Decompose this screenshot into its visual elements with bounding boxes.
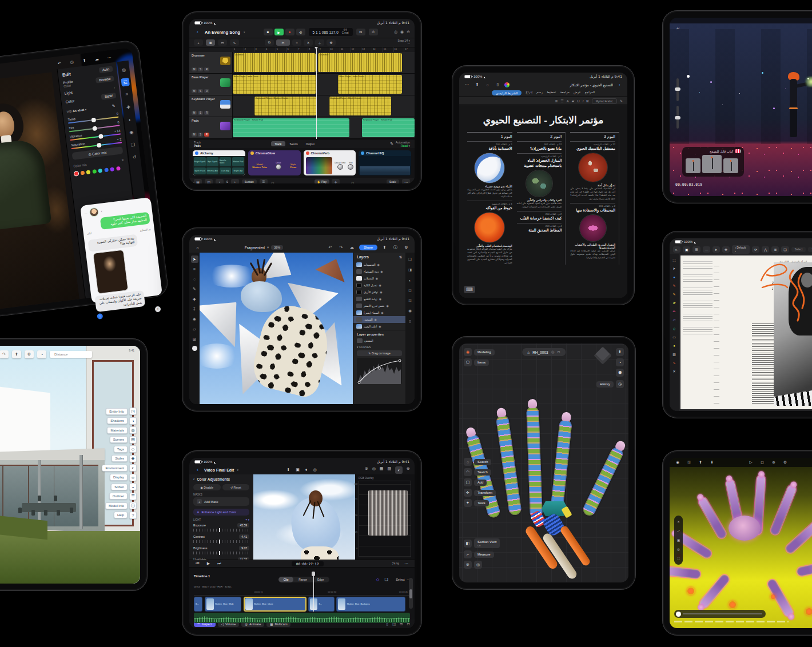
camera-icon[interactable] [296, 468, 300, 472]
lock-icon[interactable] [407, 297, 413, 304]
healing-icon[interactable] [124, 103, 133, 112]
video-preview[interactable] [253, 474, 355, 560]
back-icon[interactable] [616, 81, 623, 89]
thumbnails-icon[interactable] [692, 246, 700, 253]
home-icon[interactable] [527, 350, 530, 354]
dismiss-keyboard-icon[interactable] [464, 286, 475, 293]
count-in-button[interactable] [356, 29, 365, 35]
tab-review[interactable]: مراجعة [560, 90, 570, 95]
adjustment-icon[interactable] [407, 277, 413, 283]
automation-icon[interactable] [230, 39, 239, 46]
compose-icon[interactable] [101, 210, 102, 213]
auto-button[interactable]: Auto [98, 66, 113, 73]
font-selector[interactable]: Myriad Arabic [592, 98, 617, 104]
send-button[interactable] [97, 313, 103, 319]
eraser-tool-icon[interactable] [191, 326, 198, 333]
chevron-down-icon[interactable] [237, 468, 238, 472]
region[interactable]: Keyboard Player - Simple Pad [362, 118, 415, 137]
skip-back-icon[interactable] [194, 560, 201, 568]
eye-icon[interactable] [379, 297, 381, 301]
play-icon[interactable] [747, 459, 754, 466]
adjustment-slider[interactable]: Contrast4.41 [193, 534, 249, 543]
disable-clip-icon[interactable] [365, 466, 368, 474]
align-icon[interactable] [771, 246, 779, 253]
eraser-icon[interactable] [671, 317, 678, 323]
copy-icon[interactable] [265, 39, 274, 46]
timeline-zoom-slider[interactable] [409, 578, 413, 609]
view-settings-icon[interactable] [616, 358, 624, 366]
magazine-page[interactable]: المرأة والموسيقى الإلكترونية صوت المبدعة… [680, 255, 812, 409]
mask-icon[interactable] [407, 266, 413, 273]
canvas[interactable] [200, 253, 353, 404]
split-keys-icon[interactable] [205, 179, 213, 183]
close-icon[interactable] [671, 368, 678, 374]
inspector-tabs[interactable]: TrackSendsOutput [271, 141, 318, 146]
settings-icon[interactable] [25, 350, 34, 358]
color-chip[interactable] [192, 346, 197, 351]
layer-row[interactable]: زيادة التشبع [353, 295, 405, 302]
more-icon[interactable] [402, 179, 410, 183]
track-row-bass[interactable]: Bass Player MSR Bass Player - Indie Disc… [189, 74, 415, 95]
reset-icon[interactable] [130, 153, 139, 162]
sustain-button[interactable]: Sustain [242, 179, 257, 183]
back-icon[interactable] [194, 29, 201, 36]
image-icon[interactable] [671, 351, 678, 357]
camera-tool-icon[interactable] [676, 519, 682, 525]
home-icon[interactable] [194, 244, 201, 251]
octave-down-icon[interactable] [216, 179, 224, 183]
eye-icon[interactable] [386, 304, 388, 307]
pencil-icon[interactable] [671, 308, 678, 314]
tracks-view-icon[interactable] [206, 39, 215, 46]
isometric-icon[interactable] [616, 369, 624, 377]
clip[interactable]: Skyline_Blue_Wide [205, 597, 241, 612]
rotate-icon[interactable] [752, 246, 759, 253]
flipbook-panel[interactable]: كتاب قابل للتصفح [682, 147, 744, 177]
frame-thumbnail[interactable] [686, 158, 700, 173]
info-icon[interactable] [392, 244, 399, 251]
tool-button[interactable]: ◌ Search [464, 458, 496, 466]
shape-icon[interactable] [671, 325, 678, 332]
chevron-down-icon[interactable] [244, 30, 245, 34]
modeling-button[interactable]: Modeling [474, 349, 495, 356]
wet-knob[interactable] [348, 164, 353, 170]
back-icon[interactable] [194, 466, 201, 474]
read-mode-icon[interactable] [494, 81, 501, 89]
designer-icon[interactable] [504, 82, 510, 87]
window-controls-icon[interactable] [84, 211, 87, 215]
project-title[interactable]: Video Final Edit [204, 468, 234, 472]
document-pill[interactable]: RH_0003 [522, 348, 566, 356]
undo-icon[interactable] [55, 59, 63, 67]
orbit-tool-icon[interactable] [676, 546, 682, 552]
layer-group-row[interactable]: التعديلات [353, 275, 405, 282]
cloud-icon[interactable] [93, 55, 101, 63]
region-tool-icon[interactable] [676, 556, 682, 561]
frame-thumbnail-active[interactable] [702, 155, 722, 173]
record-button[interactable] [285, 29, 294, 35]
lock-icon[interactable] [686, 459, 692, 466]
tab-view[interactable]: عرض [574, 90, 581, 95]
flip-icon[interactable] [762, 246, 769, 253]
panel-button[interactable]: Help ? [114, 512, 137, 519]
play-icon[interactable] [205, 560, 212, 568]
highlight-icon[interactable] [572, 99, 575, 103]
wb-value[interactable]: As shot [73, 107, 85, 112]
fade-tool-icon[interactable] [315, 39, 324, 46]
close-icon[interactable] [121, 158, 124, 162]
export-icon[interactable] [616, 348, 624, 356]
brush-tool-icon[interactable] [191, 286, 198, 293]
region[interactable]: Bass Player - Indie Disco [338, 75, 401, 94]
minimize-icon[interactable] [407, 466, 410, 474]
record-enable-button[interactable]: R [204, 67, 209, 71]
panel-button[interactable]: Display ∞ [110, 474, 137, 481]
metronome-button[interactable] [369, 29, 378, 35]
healing-tool-icon[interactable] [191, 315, 198, 323]
eye-icon[interactable] [381, 311, 383, 314]
clone-tool-icon[interactable] [191, 295, 198, 303]
skip-forward-icon[interactable] [216, 560, 223, 568]
edit-mode-switcher[interactable]: ClipRangeEdge [278, 577, 329, 582]
eyedropper-icon[interactable] [109, 102, 117, 110]
playhead[interactable] [316, 47, 317, 139]
settings-icon[interactable] [782, 459, 789, 466]
stop-button[interactable] [264, 29, 273, 35]
document-page[interactable]: مؤتمر الابتكار - التصنيع الحيوي اليوم 1 … [459, 105, 627, 298]
